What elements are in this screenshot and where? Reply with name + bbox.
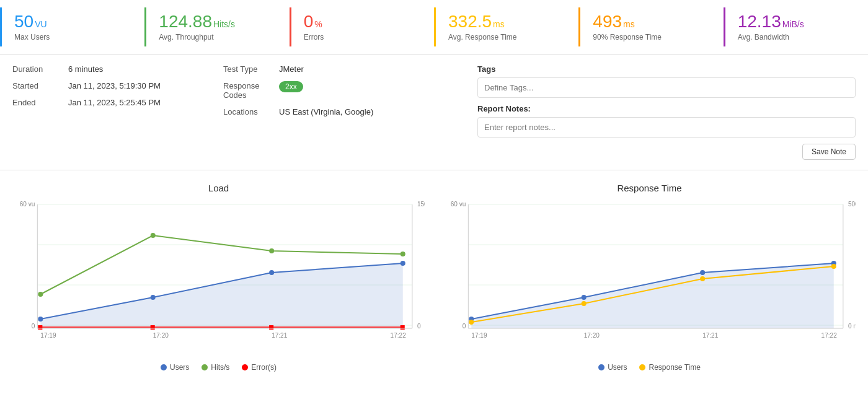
response-legend-rt-label: Response Time [649, 363, 700, 372]
svg-text:17:21: 17:21 [272, 332, 288, 339]
metric-unit-bandwidth: MiB/s [782, 19, 804, 29]
svg-rect-23 [151, 325, 155, 330]
metric-number-users: 50 [14, 12, 33, 31]
test-type-label: Test Type [223, 64, 279, 74]
svg-point-14 [151, 295, 156, 300]
metric-unit-90-response: ms [623, 19, 635, 29]
svg-text:500 ms: 500 ms [848, 201, 856, 208]
metric-value-avg-response: 332.5ms [448, 12, 566, 32]
svg-text:17:22: 17:22 [822, 332, 838, 339]
svg-point-17 [38, 292, 43, 297]
metric-number-90-response: 493 [593, 12, 622, 31]
info-row-response-codes: Response Codes 2xx [223, 81, 440, 100]
locations-value: US East (Virginia, Google) [279, 107, 373, 116]
load-legend-errors: Error(s) [242, 363, 277, 372]
svg-point-19 [269, 248, 274, 253]
info-section: Duration 6 minutes Started Jan 11, 2023,… [0, 55, 868, 170]
svg-text:60 vu: 60 vu [20, 201, 35, 208]
load-chart-title: Load [12, 183, 425, 193]
load-legend-users-dot [161, 364, 167, 370]
svg-point-49 [831, 264, 836, 269]
tags-label: Tags [477, 64, 856, 74]
metrics-bar: 50VU Max Users 124.88Hits/s Avg. Through… [0, 0, 868, 55]
svg-point-46 [469, 320, 474, 325]
metric-unit-avg-response: ms [493, 19, 505, 29]
metric-label-users: Max Users [14, 33, 132, 42]
metric-label-throughput: Avg. Throughput [159, 33, 277, 42]
info-left: Duration 6 minutes Started Jan 11, 2023,… [12, 64, 198, 160]
metric-throughput: 124.88Hits/s Avg. Throughput [144, 7, 289, 46]
load-legend-users: Users [161, 363, 189, 372]
response-codes-badge: 2xx [279, 81, 303, 92]
svg-point-15 [269, 270, 274, 275]
metric-avg-response: 332.5ms Avg. Response Time [434, 7, 578, 46]
svg-text:17:22: 17:22 [391, 332, 407, 339]
response-legend-rt: Response Time [639, 363, 700, 372]
metric-unit-errors: % [314, 19, 322, 29]
charts-section: Load 60 vu 0 150 0 17:19 17:20 17:21 17:… [0, 170, 868, 378]
info-row-duration: Duration 6 minutes [12, 64, 198, 74]
response-chart-title: Response Time [443, 183, 856, 193]
svg-rect-22 [38, 325, 42, 330]
metric-value-throughput: 124.88Hits/s [159, 12, 277, 32]
load-legend-errors-dot [242, 364, 248, 370]
svg-text:0 ms: 0 ms [848, 323, 856, 330]
metric-bandwidth: 12.13MiB/s Avg. Bandwidth [724, 7, 868, 46]
svg-text:17:19: 17:19 [40, 332, 56, 339]
svg-text:0: 0 [32, 323, 35, 330]
response-chart-svg: 60 vu 0 500 ms 0 ms 17:19 17:20 17:21 17… [443, 198, 856, 359]
metric-number-throughput: 124.88 [159, 12, 212, 31]
svg-text:17:20: 17:20 [153, 332, 169, 339]
ended-label: Ended [12, 98, 68, 107]
svg-point-18 [151, 233, 156, 238]
metric-errors: 0% Errors [290, 7, 434, 46]
svg-text:0: 0 [417, 323, 421, 330]
metric-label-avg-response: Avg. Response Time [448, 33, 566, 42]
load-legend-errors-label: Error(s) [251, 363, 277, 372]
metric-number-errors: 0 [304, 12, 314, 31]
locations-label: Locations [223, 107, 279, 116]
svg-text:17:19: 17:19 [471, 332, 487, 339]
svg-text:0: 0 [463, 323, 466, 330]
svg-marker-41 [471, 263, 833, 328]
svg-point-48 [700, 276, 705, 281]
svg-text:17:21: 17:21 [702, 332, 719, 339]
metric-value-errors: 0% [304, 12, 422, 32]
svg-point-20 [401, 252, 405, 256]
svg-text:150: 150 [417, 201, 425, 208]
load-legend-users-label: Users [170, 363, 189, 372]
save-note-button[interactable]: Save Note [802, 144, 856, 160]
load-legend-hits-label: Hits/s [211, 363, 229, 372]
notes-label: Report Notes: [477, 104, 856, 113]
svg-rect-25 [401, 325, 405, 330]
svg-marker-12 [40, 263, 402, 328]
load-chart-container: Load 60 vu 0 150 0 17:19 17:20 17:21 17:… [6, 177, 431, 378]
tags-input[interactable] [477, 77, 856, 98]
response-chart-container: Response Time 60 vu 0 500 ms 0 ms 17:19 … [437, 177, 862, 378]
info-right: Tags Report Notes: Save Note [465, 64, 856, 160]
svg-point-47 [582, 301, 587, 306]
metric-label-errors: Errors [304, 33, 422, 42]
response-codes-label: Response Codes [223, 81, 279, 100]
info-row-ended: Ended Jan 11, 2023, 5:25:45 PM [12, 98, 198, 107]
load-chart-wrapper: 60 vu 0 150 0 17:19 17:20 17:21 17:22 [12, 198, 425, 359]
svg-point-43 [582, 295, 587, 300]
metric-value-90-response: 493ms [593, 12, 711, 32]
svg-text:60 vu: 60 vu [451, 201, 466, 208]
load-legend-hits-dot [202, 364, 208, 370]
svg-point-44 [700, 270, 705, 275]
info-middle: Test Type JMeter Response Codes 2xx Loca… [223, 64, 440, 160]
ended-value: Jan 11, 2023, 5:25:45 PM [68, 98, 161, 107]
svg-point-13 [38, 317, 43, 322]
info-row-started: Started Jan 11, 2023, 5:19:30 PM [12, 81, 198, 90]
notes-input[interactable] [477, 117, 856, 138]
metric-max-users: 50VU Max Users [0, 7, 144, 46]
response-legend-users: Users [598, 363, 627, 372]
metric-number-bandwidth: 12.13 [738, 12, 781, 31]
metric-unit-throughput: Hits/s [213, 19, 235, 29]
metric-number-avg-response: 332.5 [448, 12, 492, 31]
response-legend-rt-dot [639, 364, 645, 370]
metric-label-bandwidth: Avg. Bandwidth [738, 33, 856, 42]
test-type-value: JMeter [279, 64, 304, 74]
started-label: Started [12, 81, 68, 90]
